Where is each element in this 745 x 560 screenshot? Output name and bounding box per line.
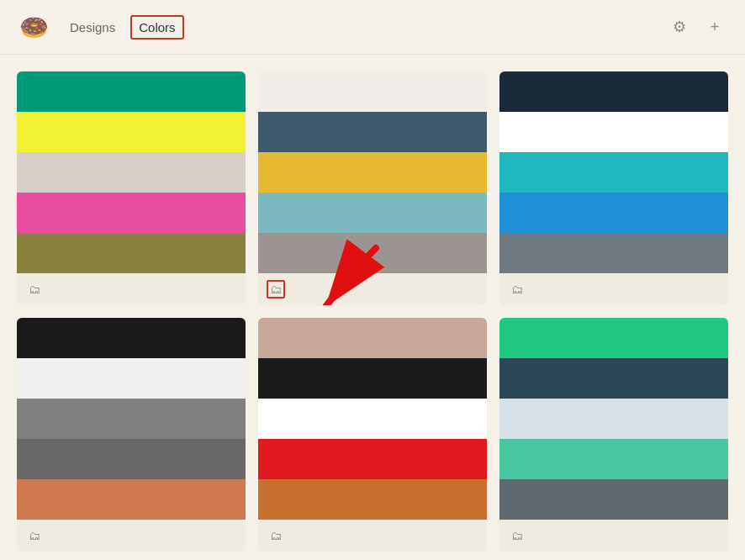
swatch — [499, 152, 728, 193]
palette-footer: 🗂 — [499, 273, 728, 305]
swatch — [17, 112, 246, 152]
palette-swatches — [17, 71, 246, 273]
save-palette-button-highlighted[interactable]: 🗂 — [267, 280, 285, 298]
save-palette-button[interactable]: 🗂 — [25, 280, 44, 298]
palette-swatches — [17, 318, 246, 520]
swatch — [258, 479, 487, 520]
swatch — [499, 439, 728, 479]
palette-card[interactable]: 🗂 — [17, 318, 246, 552]
palette-card[interactable]: 🗂 — [258, 71, 487, 305]
swatch — [258, 399, 487, 439]
palette-card[interactable]: 🗂 — [17, 71, 246, 305]
palette-footer: 🗂 — [17, 520, 246, 552]
palette-swatches — [499, 71, 728, 273]
swatch — [499, 112, 728, 152]
nav-colors[interactable]: Colors — [130, 15, 183, 40]
nav-designs[interactable]: Designs — [63, 17, 122, 38]
swatch — [17, 233, 246, 273]
swatch — [258, 233, 487, 273]
logo: 🍩 — [17, 10, 50, 44]
palette-footer: 🗂 — [499, 520, 728, 552]
swatch — [258, 439, 487, 479]
palette-footer: 🗂 — [258, 520, 487, 552]
palette-swatches — [258, 71, 487, 273]
swatch — [17, 479, 246, 520]
swatch — [258, 193, 487, 233]
swatch — [17, 358, 246, 399]
swatch — [17, 318, 246, 358]
swatch — [17, 71, 246, 112]
swatch — [499, 358, 728, 399]
swatch — [499, 193, 728, 233]
save-palette-button[interactable]: 🗂 — [508, 280, 526, 298]
palette-footer: 🗂 — [17, 273, 246, 305]
main-content: 🗂 🗂 — [0, 55, 745, 560]
swatch — [499, 318, 728, 358]
swatch — [258, 358, 487, 399]
swatch — [499, 71, 728, 112]
header-actions: ⚙ + — [666, 13, 728, 40]
settings-button[interactable]: ⚙ — [666, 13, 693, 40]
save-palette-button[interactable]: 🗂 — [508, 526, 526, 545]
swatch — [499, 479, 728, 520]
swatch — [17, 399, 246, 439]
swatch — [258, 71, 487, 112]
swatch — [258, 112, 487, 152]
palette-footer: 🗂 — [258, 273, 487, 305]
palette-card[interactable]: 🗂 — [258, 318, 487, 552]
save-palette-button[interactable]: 🗂 — [25, 526, 44, 545]
palette-card[interactable]: 🗂 — [499, 71, 728, 305]
palette-swatches — [258, 318, 487, 520]
swatch — [499, 399, 728, 439]
palette-swatches — [499, 318, 728, 520]
save-palette-button[interactable]: 🗂 — [267, 526, 285, 545]
header: 🍩 Designs Colors ⚙ + — [0, 0, 745, 55]
swatch — [258, 318, 487, 358]
swatch — [17, 439, 246, 479]
swatch — [17, 193, 246, 233]
swatch — [258, 152, 487, 193]
swatch — [499, 233, 728, 273]
palettes-grid: 🗂 🗂 — [17, 71, 728, 552]
gear-icon: ⚙ — [673, 18, 686, 36]
swatch — [17, 152, 246, 193]
palette-card[interactable]: 🗂 — [499, 318, 728, 552]
add-button[interactable]: + — [701, 13, 728, 40]
plus-icon: + — [711, 18, 720, 36]
